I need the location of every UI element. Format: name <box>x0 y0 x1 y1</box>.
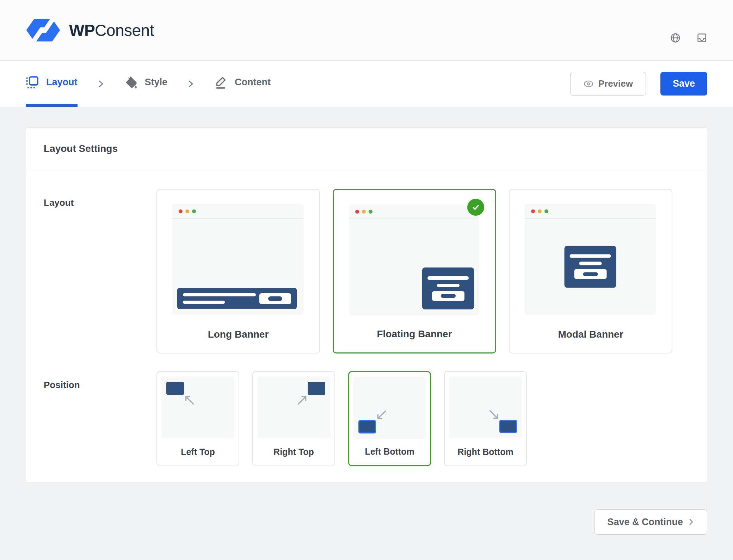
inbox-icon[interactable] <box>696 32 707 43</box>
tab-label: Style <box>145 77 168 88</box>
chevron-right-icon <box>188 80 194 88</box>
style-tab-icon <box>124 76 137 89</box>
arrow-bottom-right-icon <box>487 408 500 421</box>
banner-block <box>358 420 376 433</box>
banner-button-pill <box>441 294 456 298</box>
banner-button-placeholder <box>574 269 606 279</box>
wpconsent-logo-icon <box>26 18 61 42</box>
tab-label: Content <box>235 77 271 88</box>
traffic-dot-yellow-icon <box>538 209 542 213</box>
position-option-right-bottom[interactable]: Right Bottom <box>444 371 527 466</box>
brand-wordmark: WPConsent <box>69 21 154 40</box>
browser-mockup-body <box>525 219 656 314</box>
chevron-right-icon <box>688 518 694 526</box>
banner-button-placeholder <box>259 293 291 304</box>
position-option-left-top[interactable]: Left Top <box>156 371 239 466</box>
browser-mockup <box>349 204 479 315</box>
traffic-dot-yellow-icon <box>185 209 189 213</box>
content-tab-icon <box>214 76 227 89</box>
traffic-dot-green-icon <box>544 209 548 213</box>
card-title: Layout Settings <box>44 143 118 154</box>
traffic-dot-red-icon <box>355 210 359 214</box>
banner-block <box>499 420 517 433</box>
preview-button[interactable]: Preview <box>570 72 646 96</box>
layout-tab-icon <box>26 76 39 89</box>
position-options: Left Top Right Top <box>156 371 527 466</box>
banner-button-placeholder <box>432 291 464 301</box>
banner-text-line <box>570 254 611 258</box>
position-preview-area <box>449 376 522 438</box>
position-preview-area <box>257 376 330 438</box>
preview-button-label: Preview <box>598 78 633 89</box>
browser-mockup-titlebar <box>349 204 479 219</box>
layout-option-floating-banner[interactable]: Floating Banner <box>333 189 496 353</box>
save-button[interactable]: Save <box>660 72 707 96</box>
floating-banner-preview <box>422 267 474 309</box>
browser-mockup-titlebar <box>525 204 656 219</box>
chevron-right-icon <box>98 80 104 88</box>
layout-option-label: Floating Banner <box>334 328 495 340</box>
tab-style[interactable]: Style <box>124 61 168 107</box>
banner-block <box>166 382 184 395</box>
globe-icon[interactable] <box>670 32 681 43</box>
modal-banner-preview <box>565 246 616 288</box>
workflow-tab-bar: Layout Style Content Preview Save <box>0 61 733 107</box>
traffic-dot-green-icon <box>192 209 196 213</box>
position-option-label: Right Top <box>253 447 334 457</box>
banner-button-pill <box>583 272 598 276</box>
browser-mockup <box>172 204 303 315</box>
layout-option-long-banner[interactable]: Long Banner <box>156 189 320 353</box>
brand-wordmark-bold: WP <box>69 21 95 39</box>
tab-label: Layout <box>46 77 78 88</box>
brand-logo[interactable]: WPConsent <box>26 18 154 42</box>
selected-check-badge <box>467 199 484 216</box>
layout-option-label: Long Banner <box>157 329 319 340</box>
layout-field-label: Layout <box>44 189 156 353</box>
layout-option-label: Modal Banner <box>510 329 672 340</box>
browser-mockup-body <box>349 219 479 315</box>
browser-mockup <box>525 204 656 315</box>
check-icon <box>471 203 480 212</box>
arrow-top-left-icon <box>183 394 196 407</box>
position-preview-area <box>161 376 234 438</box>
layout-settings-card: Layout Settings Layout <box>26 127 707 483</box>
position-option-label: Right Bottom <box>445 447 526 457</box>
position-option-label: Left Bottom <box>349 447 430 457</box>
layout-options: Long Banner <box>156 189 672 353</box>
app-header: WPConsent <box>0 0 733 61</box>
traffic-dot-red-icon <box>531 209 535 213</box>
card-header: Layout Settings <box>26 128 707 170</box>
save-continue-label: Save & Continue <box>607 517 683 528</box>
traffic-dot-yellow-icon <box>362 210 366 214</box>
arrow-bottom-left-icon <box>375 408 388 421</box>
browser-mockup-body <box>172 219 303 314</box>
banner-text-line <box>183 293 256 296</box>
eye-icon <box>583 79 594 89</box>
layout-field-row: Layout <box>44 189 689 353</box>
tab-layout[interactable]: Layout <box>26 61 78 107</box>
tab-content[interactable]: Content <box>214 61 271 107</box>
banner-block <box>308 382 325 395</box>
position-field-row: Position Left Top <box>44 371 689 466</box>
position-option-left-bottom[interactable]: Left Bottom <box>348 371 431 466</box>
banner-text-line <box>437 284 460 287</box>
banner-text-line <box>579 262 602 265</box>
traffic-dot-red-icon <box>179 209 183 213</box>
arrow-top-right-icon <box>296 394 308 407</box>
traffic-dot-green-icon <box>369 210 372 214</box>
banner-button-pill <box>268 296 282 301</box>
browser-mockup-titlebar <box>172 204 303 219</box>
position-field-label: Position <box>44 371 156 466</box>
long-banner-preview <box>177 288 297 309</box>
save-continue-button[interactable]: Save & Continue <box>594 509 707 535</box>
brand-wordmark-rest: Consent <box>95 21 154 39</box>
position-option-label: Left Top <box>157 447 239 457</box>
banner-text-line <box>183 301 225 304</box>
position-option-right-top[interactable]: Right Top <box>252 371 335 466</box>
banner-text-line <box>427 276 469 280</box>
layout-option-modal-banner[interactable]: Modal Banner <box>509 189 672 353</box>
position-preview-area <box>353 377 426 439</box>
